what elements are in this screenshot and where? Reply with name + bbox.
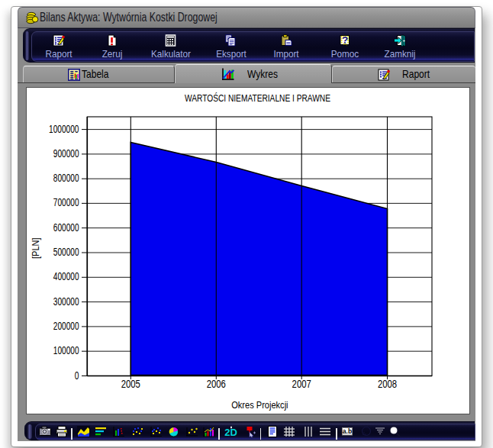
svg-text:200000: 200000 bbox=[53, 321, 79, 332]
svg-text:Okres Projekcji: Okres Projekcji bbox=[231, 399, 288, 411]
svg-text:800000: 800000 bbox=[53, 172, 79, 184]
svg-text:400000: 400000 bbox=[53, 271, 79, 282]
svg-text:600000: 600000 bbox=[53, 222, 79, 234]
svg-text:700000: 700000 bbox=[53, 197, 79, 208]
svg-text:100000: 100000 bbox=[53, 345, 79, 356]
svg-text:0: 0 bbox=[75, 370, 79, 382]
svg-text:WARTOŚCI NIEMATERIALNE I PRAWN: WARTOŚCI NIEMATERIALNE I PRAWNE bbox=[185, 92, 330, 104]
svg-text:300000: 300000 bbox=[53, 296, 79, 308]
svg-text:2008: 2008 bbox=[378, 379, 397, 390]
svg-text:500000: 500000 bbox=[53, 247, 79, 258]
svg-text:a.b: a.b bbox=[343, 427, 352, 435]
svg-text:2005: 2005 bbox=[121, 379, 140, 390]
svg-text:1000000: 1000000 bbox=[49, 124, 79, 135]
svg-text:2006: 2006 bbox=[207, 379, 226, 390]
svg-text:?: ? bbox=[341, 34, 347, 46]
svg-text:[PLN]: [PLN] bbox=[31, 237, 41, 259]
svg-text:900000: 900000 bbox=[53, 148, 79, 160]
svg-text:2007: 2007 bbox=[292, 379, 311, 390]
